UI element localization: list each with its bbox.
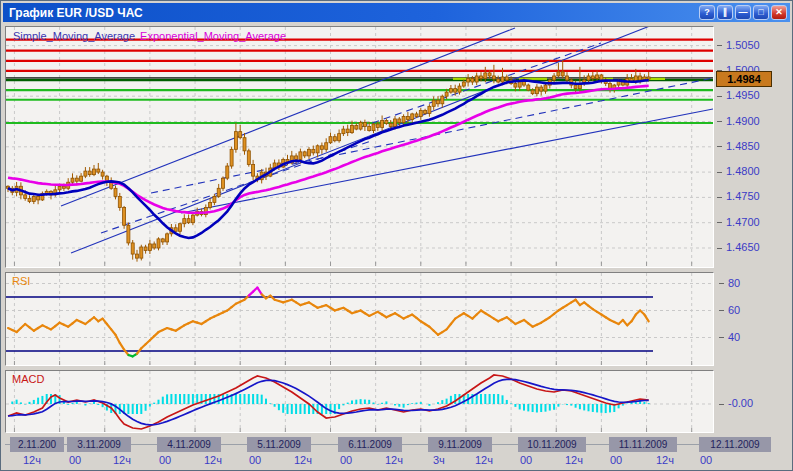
date-label: 5.11.2009 (247, 437, 311, 452)
time-label: 12ч (385, 454, 403, 466)
price-chart-canvas[interactable] (6, 27, 713, 267)
time-label: 3ч (433, 454, 445, 466)
window-controls: ?∥—□✕ (699, 5, 787, 20)
time-label: 12ч (294, 454, 312, 466)
time-label: 00 (520, 454, 532, 466)
date-label: 3.11.2009 (67, 437, 131, 452)
help-button[interactable]: ? (699, 5, 715, 20)
current-price-badge: 1.4984 (716, 71, 772, 87)
price-tick-label: 1.5050 (717, 39, 760, 51)
rsi-tick-label: 80 (719, 277, 740, 289)
rsi-tick-label: 40 (719, 331, 740, 343)
close-button[interactable]: ✕ (771, 5, 787, 20)
price-tick-label: 1.4650 (717, 241, 760, 253)
time-label: 12ч (565, 454, 583, 466)
date-label: 2.11.200 (10, 437, 64, 452)
price-tick-label: 1.4700 (717, 216, 760, 228)
date-label: 12.11.2009 (699, 437, 771, 452)
price-tick-label: 1.4750 (717, 190, 760, 202)
time-axis: 2.11.2003.11.20094.11.20095.11.20096.11.… (5, 433, 714, 470)
rsi-panel[interactable] (5, 272, 714, 366)
price-tick-label: 1.4800 (717, 165, 760, 177)
time-label: 12ч (23, 454, 41, 466)
time-label: 00 (700, 454, 712, 466)
price-tick-label: 1.4950 (717, 89, 760, 101)
time-label: 00 (69, 454, 81, 466)
macd-tick-label: -0.00 (719, 397, 753, 409)
rsi-tick-label: 60 (719, 304, 740, 316)
price-chart-panel[interactable] (5, 26, 714, 268)
time-label: 12ч (656, 454, 674, 466)
date-label: 11.11.2009 (609, 437, 677, 452)
macd-panel[interactable] (5, 370, 714, 433)
date-label: 9.11.2009 (428, 437, 492, 452)
date-label: 10.11.2009 (518, 437, 586, 452)
time-label: 00 (249, 454, 261, 466)
time-label: 00 (159, 454, 171, 466)
price-tick-label: 1.4900 (717, 115, 760, 127)
macd-canvas[interactable] (6, 371, 713, 432)
maximize-button[interactable]: □ (753, 5, 769, 20)
rsi-canvas[interactable] (6, 273, 713, 365)
time-label: 12ч (113, 454, 131, 466)
date-label: 6.11.2009 (338, 437, 402, 452)
time-label: 12ч (204, 454, 222, 466)
date-label: 4.11.2009 (157, 437, 221, 452)
time-label: 12ч (475, 454, 493, 466)
minimize-button[interactable]: — (735, 5, 751, 20)
window-titlebar[interactable]: График EUR /USD ЧАС ?∥—□✕ (3, 3, 790, 22)
pause-button[interactable]: ∥ (717, 5, 733, 20)
window-title: График EUR /USD ЧАС (9, 6, 143, 20)
time-label: 00 (340, 454, 352, 466)
time-label: 00 (610, 454, 622, 466)
chart-window: График EUR /USD ЧАС ?∥—□✕ Simple_Moving_… (0, 0, 793, 471)
price-tick-label: 1.4850 (717, 140, 760, 152)
